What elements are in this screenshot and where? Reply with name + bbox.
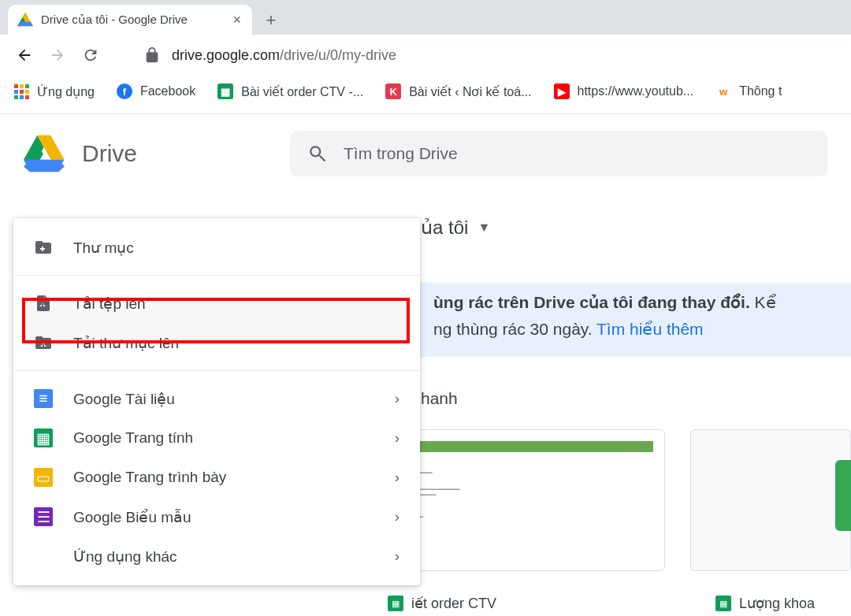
chevron-right-icon: › [395,508,399,525]
empty-icon [34,547,53,566]
menu-separator [13,275,420,276]
chevron-right-icon: › [395,429,399,447]
file-label-1: ▦iết order CTV [388,595,496,612]
search-box[interactable]: Tìm trong Drive [290,131,827,176]
side-indicator [835,460,851,531]
file-thumbnail-1[interactable]: ▬▬▬▬▬▬▬ ▬▬▬▬▬▬▬▬▬▬▬▬▬▬ ▬▬▬▬▬▬▬▬▬▬▬▬▬▬ ▬▬… [381,429,665,571]
search-placeholder: Tìm trong Drive [344,144,458,163]
file-upload-icon [34,294,53,313]
tab-title: Drive của tôi - Google Drive [41,13,188,27]
menu-docs[interactable]: ≡ Google Tài liệu › [13,379,420,418]
url-bar[interactable]: drive.google.com/drive/u/0/my-drive [172,47,396,64]
breadcrumb[interactable]: ủa tôi ▼ [421,217,490,239]
youtube-icon: ▶ [554,83,570,99]
drive-title: Drive [82,140,137,167]
docs-icon: ≡ [34,389,53,408]
file-thumbnail-2[interactable] [690,429,851,571]
forward-icon[interactable] [49,46,66,64]
bookmark-facebook[interactable]: f Facebook [117,83,195,99]
folder-plus-icon [34,238,53,257]
search-icon [307,143,328,164]
sheets-icon: ▦ [715,596,731,611]
browser-chrome: Drive của tôi - Google Drive × + drive.g… [0,0,851,114]
learn-more-link[interactable]: Tìm hiểu thêm [596,320,704,338]
file-label-2: ▦Lượng khoa [715,595,815,612]
bookmark-order[interactable]: ▦ Bài viết order CTV -... [217,83,363,99]
nav-bar: drive.google.com/drive/u/0/my-drive [0,35,851,76]
forms-icon: ☰ [34,507,53,526]
sheets-icon: ▦ [34,429,53,447]
facebook-icon: f [117,83,132,99]
new-context-menu: Thư mục Tải tệp lên Tải thư mục lên ≡ Go… [13,218,420,585]
bookmark-youtube[interactable]: ▶ https://www.youtub... [554,83,694,99]
chevron-right-icon: › [395,469,399,486]
close-icon[interactable]: × [232,12,241,28]
drive-logo-icon[interactable] [24,133,65,174]
notice-banner: ùng rác trên Drive của tôi đang thay đổi… [419,283,851,357]
browser-tab[interactable]: Drive của tôi - Google Drive × [8,5,252,35]
bookmark-blog[interactable]: K Bài viết ‹ Nơi kế toá... [385,83,531,99]
chevron-right-icon: › [395,390,399,407]
menu-folder-upload[interactable]: Tải thư mục lên [13,323,420,362]
tab-bar: Drive của tôi - Google Drive × + [0,0,851,35]
menu-forms[interactable]: ☰ Google Biểu mẫu › [13,497,420,536]
apps-grid-icon [14,84,29,99]
menu-sheets[interactable]: ▦ Google Trang tính › [13,418,420,458]
menu-separator [13,370,420,371]
thumbnail-preview: ▬▬▬▬▬▬▬ ▬▬▬▬▬▬▬▬▬▬▬▬▬▬ ▬▬▬▬▬▬▬▬▬▬▬▬▬▬ ▬▬… [393,441,653,559]
chevron-right-icon: › [395,547,399,565]
new-tab-button[interactable]: + [260,9,282,32]
section-title: hanh [421,389,458,408]
folder-upload-icon [34,333,53,352]
bookmark-thong[interactable]: w Thông t [715,83,782,99]
menu-more[interactable]: Ứng dụng khác › [13,536,420,576]
back-icon[interactable] [16,46,33,64]
sheets-icon: ▦ [388,596,403,611]
generic-icon: w [715,83,731,99]
sheets-icon: ▦ [217,83,233,99]
drive-header: Drive Tìm trong Drive [0,114,851,193]
menu-new-folder[interactable]: Thư mục [13,228,420,267]
menu-file-upload[interactable]: Tải tệp lên [13,284,420,323]
bookmarks-bar: Ứng dụng f Facebook ▦ Bài viết order CTV… [0,76,851,112]
reload-icon[interactable] [82,46,99,64]
svg-marker-2 [24,160,64,171]
menu-slides[interactable]: ▭ Google Trang trình bày › [13,458,420,497]
lock-icon [143,46,161,64]
drive-favicon-icon [17,12,33,28]
slides-icon: ▭ [34,468,53,487]
caret-down-icon: ▼ [478,221,490,235]
blog-icon: K [385,83,401,99]
bookmark-apps[interactable]: Ứng dụng [14,84,95,99]
